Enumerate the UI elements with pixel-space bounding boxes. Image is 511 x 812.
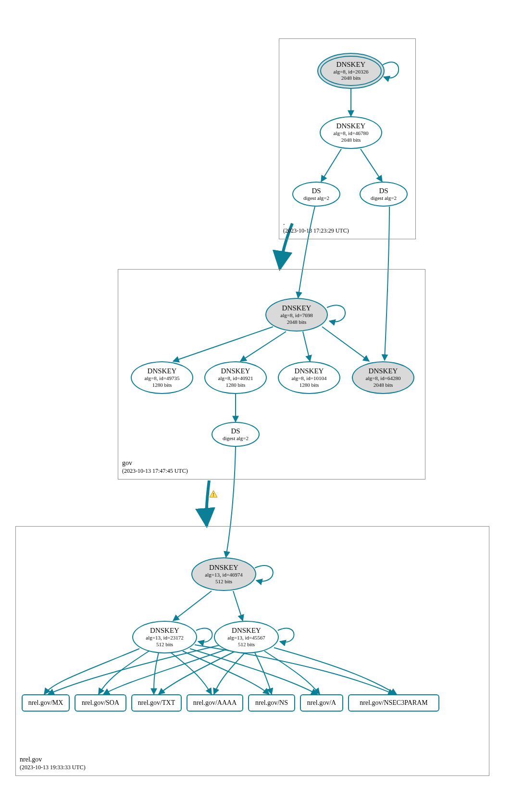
- zone-nrel-label: nrel.gov (2023-10-13 19:33:33 UTC): [20, 755, 86, 772]
- node-type: DS: [312, 187, 321, 195]
- node-type: DNSKEY: [282, 304, 312, 312]
- node-gov-ds: DS digest alg=2: [212, 422, 260, 447]
- warning-icon: !: [209, 490, 218, 498]
- rr-txt: nrel.gov/TXT: [131, 694, 182, 712]
- node-alg: alg=8, id=7698: [280, 312, 312, 319]
- dnssec-diagram: . (2023-10-13 17:23:29 UTC) DNSKEY alg=8…: [10, 10, 511, 812]
- node-bits: 1280 bits: [299, 382, 319, 388]
- rr-mx: nrel.gov/MX: [22, 694, 70, 712]
- node-alg: alg=8, id=64280: [366, 375, 401, 381]
- node-alg: alg=8, id=20326: [334, 69, 369, 75]
- node-type: DNSKEY: [337, 122, 366, 130]
- rr-soa: nrel.gov/SOA: [75, 694, 126, 712]
- node-root-ds2: DS digest alg=2: [360, 182, 408, 207]
- node-type: DNSKEY: [232, 627, 261, 635]
- rr-nsec3: nrel.gov/NSEC3PARAM: [348, 694, 439, 712]
- zone-root-timestamp: (2023-10-13 17:23:29 UTC): [283, 227, 349, 235]
- node-bits: 512 bits: [156, 641, 173, 648]
- zone-gov-label: gov (2023-10-13 17:47:45 UTC): [122, 459, 188, 475]
- node-type: DNSKEY: [221, 367, 250, 375]
- rr-ns: nrel.gov/NS: [248, 694, 295, 712]
- node-alg: alg=8, id=49735: [145, 375, 180, 381]
- node-type: DNSKEY: [209, 564, 238, 572]
- node-type: DS: [379, 187, 388, 195]
- zone-nrel-name: nrel.gov: [20, 755, 86, 764]
- node-bits: 2048 bits: [374, 382, 393, 388]
- node-alg: alg=13, id=45567: [227, 635, 265, 641]
- node-digest: digest alg=2: [303, 195, 329, 201]
- node-bits: 1280 bits: [152, 382, 172, 388]
- zone-root-label: . (2023-10-13 17:23:29 UTC): [283, 219, 349, 235]
- node-gov-k4: DNSKEY alg=8, id=64280 2048 bits: [352, 361, 414, 394]
- node-gov-k3: DNSKEY alg=8, id=10104 1280 bits: [278, 361, 340, 394]
- node-alg: alg=8, id=10104: [292, 375, 327, 381]
- zone-gov-timestamp: (2023-10-13 17:47:45 UTC): [122, 468, 188, 475]
- node-bits: 2048 bits: [341, 75, 361, 81]
- zone-gov-name: gov: [122, 459, 188, 468]
- rr-a: nrel.gov/A: [300, 694, 343, 712]
- node-digest: digest alg=2: [223, 435, 249, 442]
- node-bits: 512 bits: [238, 641, 255, 648]
- node-bits: 2048 bits: [287, 319, 307, 325]
- node-gov-k1: DNSKEY alg=8, id=49735 1280 bits: [131, 361, 193, 394]
- node-nrel-k2: DNSKEY alg=13, id=45567 512 bits: [214, 621, 279, 653]
- node-gov-k2: DNSKEY alg=8, id=40921 1280 bits: [204, 361, 267, 394]
- node-type: DNSKEY: [295, 367, 324, 375]
- node-gov-ksk: DNSKEY alg=8, id=7698 2048 bits: [265, 298, 328, 332]
- node-alg: alg=8, id=40921: [218, 375, 253, 381]
- node-alg: alg=13, id=23172: [146, 635, 183, 641]
- node-root-zsk: DNSKEY alg=8, id=46780 2048 bits: [320, 116, 382, 149]
- node-digest: digest alg=2: [371, 195, 397, 201]
- node-type: DS: [231, 427, 240, 435]
- node-root-ksk: DNSKEY alg=8, id=20326 2048 bits: [317, 53, 385, 89]
- node-type: DNSKEY: [150, 627, 179, 635]
- node-alg: alg=8, id=46780: [334, 130, 369, 136]
- node-bits: 2048 bits: [341, 137, 361, 143]
- node-type: DNSKEY: [337, 61, 366, 69]
- node-bits: 1280 bits: [226, 382, 246, 388]
- zone-nrel-timestamp: (2023-10-13 19:33:33 UTC): [20, 764, 86, 772]
- node-type: DNSKEY: [369, 367, 398, 375]
- rr-aaaa: nrel.gov/AAAA: [187, 694, 243, 712]
- node-nrel-k1: DNSKEY alg=13, id=23172 512 bits: [132, 621, 197, 653]
- node-alg: alg=13, id=46974: [205, 572, 242, 578]
- zone-root-name: .: [283, 219, 349, 227]
- svg-text:!: !: [212, 492, 214, 497]
- node-root-ds1: DS digest alg=2: [292, 182, 340, 207]
- node-nrel-ksk: DNSKEY alg=13, id=46974 512 bits: [191, 557, 256, 591]
- node-bits: 512 bits: [215, 578, 232, 585]
- node-type: DNSKEY: [148, 367, 177, 375]
